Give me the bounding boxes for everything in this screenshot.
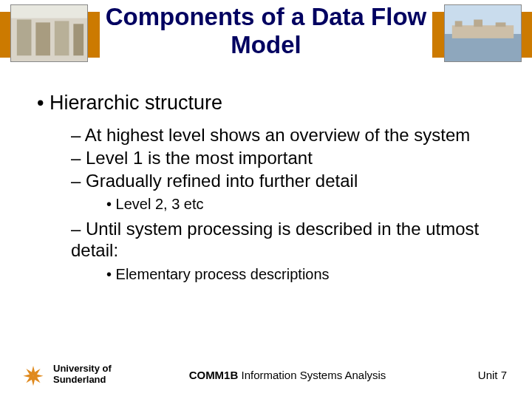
svg-rect-1 [11,5,87,18]
bullet-level1: Hierarchic structure [37,92,510,115]
svg-rect-9 [455,21,463,27]
slide-title: Components of a Data Flow Model [103,3,429,59]
svg-rect-2 [17,19,32,55]
bullet-level3: Elementary process descriptions [106,266,510,283]
university-line1: University of [53,363,112,374]
svg-rect-5 [73,24,83,55]
header: Components of a Data Flow Model [0,0,532,80]
university-name: University of Sunderland [53,364,134,386]
course-label: COMM1B Information Systems Analysis [134,369,440,381]
slide-body: Hierarchic structure At highest level sh… [33,92,510,289]
slide: Components of a Data Flow Model Hierarch… [0,0,532,399]
bullet-level3: Level 2, 3 etc [106,196,510,213]
university-line2: Sunderland [53,374,106,385]
university-logo-icon [21,362,46,387]
bullet-level2: At highest level shows an overview of th… [71,125,510,146]
header-photo-left [10,4,88,62]
header-photo-right [444,4,522,62]
course-code: COMM1B [189,369,239,381]
unit-label: Unit 7 [440,369,507,381]
svg-rect-4 [55,21,69,55]
svg-rect-8 [452,25,514,38]
svg-rect-11 [496,22,506,27]
course-name: Information Systems Analysis [238,369,386,381]
bullet-level2: Level 1 is the most important [71,148,510,169]
svg-rect-3 [35,22,50,55]
footer: University of Sunderland COMM1B Informat… [0,358,532,392]
svg-rect-10 [474,19,482,27]
bullet-level2: Until system processing is described in … [71,219,510,262]
bullet-level2: Gradually refined into further detail [71,171,510,192]
